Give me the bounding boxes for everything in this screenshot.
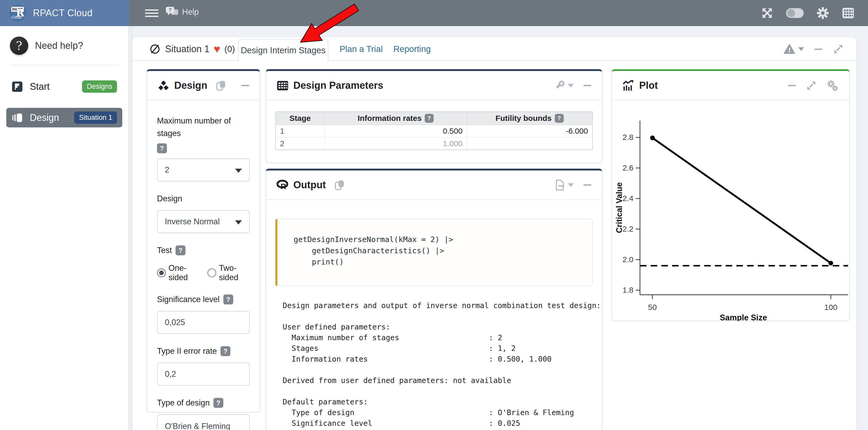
settings-gear-icon[interactable]: [816, 6, 829, 20]
chevron-down-icon: [235, 220, 242, 225]
table-header-row: Stage Information rates? Futility bounds…: [276, 112, 592, 125]
design-parameters-header: Design Parameters: [266, 71, 602, 101]
svg-text:Sample Size: Sample Size: [720, 313, 767, 321]
futility-bound-cell[interactable]: -6.000: [467, 125, 592, 137]
file-export-icon: [555, 179, 565, 191]
design-select-label: Design: [157, 192, 250, 205]
chevron-down-icon: [235, 169, 242, 173]
svg-text:Critical Value: Critical Value: [615, 182, 624, 233]
type2-help-icon[interactable]: ?: [220, 346, 230, 356]
futility-bounds-help-icon[interactable]: ?: [555, 114, 564, 123]
type2-input[interactable]: 0,2: [157, 363, 250, 386]
need-help-label: Need help?: [35, 40, 83, 51]
output-panel-header: R Output: [266, 170, 602, 200]
svg-text:2.0: 2.0: [622, 255, 633, 264]
svg-text:1.8: 1.8: [622, 286, 633, 294]
tab-plan-a-trial[interactable]: Plan a Trial: [340, 37, 383, 61]
cubes-icon: [157, 80, 169, 91]
type-of-design-help-icon[interactable]: ?: [213, 398, 223, 408]
hamburger-menu-icon[interactable]: [145, 9, 159, 17]
svg-text:2.2: 2.2: [622, 225, 633, 233]
export-dropdown[interactable]: [555, 179, 574, 191]
information-rate-cell[interactable]: 0.500: [324, 125, 467, 137]
sidebar-item-design[interactable]: Design Situation 1: [6, 108, 122, 127]
one-sided-label: One-sided: [168, 263, 199, 282]
design-panel-header: Design: [147, 71, 260, 101]
svg-text:2.4: 2.4: [622, 194, 633, 203]
sidebar-design-label: Design: [30, 112, 67, 123]
svg-text:50: 50: [648, 303, 657, 311]
favorites-heart-icon[interactable]: ♥: [214, 43, 220, 55]
type2-label: Type II error rate?: [157, 345, 250, 357]
futility-bound-cell[interactable]: [467, 137, 592, 150]
design-panels-icon: [11, 112, 23, 124]
significance-input[interactable]: 0,025: [157, 311, 250, 334]
help-chat-icon: ?: [165, 6, 179, 18]
type-of-design-select[interactable]: O'Brien & Fleming (OF): [157, 414, 250, 430]
plot-settings-gears-icon[interactable]: [827, 80, 839, 91]
collapse-output-panel-icon[interactable]: [584, 184, 591, 186]
max-stages-select[interactable]: 2: [157, 159, 250, 181]
design-panel: Design Maximum number of stages? 2 Desig…: [147, 69, 260, 412]
app-title: RPACT Cloud: [33, 7, 92, 19]
chalkboard-question-icon: ?: [10, 37, 28, 55]
max-stages-label: Maximum number of stages?: [157, 114, 235, 153]
warning-triangle-icon: [784, 44, 795, 54]
significance-label: Significance level?: [157, 293, 250, 306]
design-parameters-title: Design Parameters: [293, 80, 383, 91]
information-rate-cell[interactable]: 1.000: [324, 137, 467, 150]
sidebar: ? Need help? Start Designs Design Situat…: [0, 26, 129, 430]
plot-panel-header: Plot: [612, 71, 849, 101]
plot-panel: Plot: [612, 69, 850, 321]
significance-help-icon[interactable]: ?: [223, 295, 233, 304]
table-row: 2 1.000: [276, 137, 592, 150]
start-flag-icon: [11, 81, 23, 92]
copy-icon[interactable]: [216, 80, 226, 91]
fullscreen-icon[interactable]: [761, 7, 773, 19]
collapse-design-panel-icon[interactable]: [241, 85, 249, 86]
futility-bounds-column-header: Futility bounds?: [467, 112, 592, 125]
test-help-icon[interactable]: ?: [176, 245, 185, 255]
logo-cloud-text: Cloud: [11, 15, 22, 19]
design-form: Maximum number of stages? 2 Design Inver…: [147, 101, 260, 430]
r-code[interactable]: getDesignInverseNormal(kMax = 2) |> getD…: [293, 234, 592, 268]
tab-reporting[interactable]: Reporting: [393, 37, 431, 61]
top-bar: PACT R Cloud RPACT Cloud ? Help: [0, 0, 868, 26]
expand-card-icon[interactable]: [833, 43, 844, 55]
test-radio-group: One-sided Two-sided: [157, 263, 250, 282]
output-text: Design parameters and output of inverse …: [283, 300, 602, 429]
collapse-params-panel-icon[interactable]: [584, 85, 591, 86]
information-rates-column-header: Information rates?: [324, 112, 467, 125]
two-sided-radio[interactable]: [208, 268, 216, 277]
information-rates-help-icon[interactable]: ?: [425, 114, 434, 123]
dark-mode-toggle[interactable]: [786, 8, 804, 18]
svg-text:2.6: 2.6: [622, 163, 633, 172]
rpact-logo[interactable]: PACT R Cloud: [9, 4, 27, 22]
need-help-item[interactable]: ? Need help?: [0, 26, 128, 55]
help-label: Help: [182, 7, 199, 17]
empty-set-icon: [149, 43, 161, 55]
tab-design-interim-stages[interactable]: Design Interim Stages: [238, 39, 328, 61]
max-stages-help-icon[interactable]: ?: [157, 143, 167, 153]
card-header-icons: [784, 37, 844, 61]
svg-text:100: 100: [825, 303, 837, 311]
expand-plot-icon[interactable]: [806, 80, 817, 91]
situation-badge: Situation 1: [74, 111, 117, 124]
warnings-dropdown[interactable]: [784, 44, 804, 54]
topbar-icon-group: [761, 0, 855, 26]
apps-grid-icon[interactable]: [842, 7, 855, 19]
chevron-down-icon: [568, 84, 574, 88]
r-logo-icon: R: [277, 179, 289, 191]
design-parameters-table: Stage Information rates? Futility bounds…: [275, 111, 593, 150]
copy-icon[interactable]: [334, 179, 345, 191]
design-select[interactable]: Inverse Normal: [157, 210, 250, 233]
test-label: Test?: [157, 244, 250, 257]
collapse-card-icon[interactable]: [814, 48, 822, 50]
one-sided-radio[interactable]: [157, 268, 166, 277]
sidebar-item-start[interactable]: Start Designs: [6, 77, 122, 96]
tools-dropdown[interactable]: [554, 80, 574, 91]
plot-svg: 1.82.02.22.42.62.850100Sample SizeCritic…: [612, 102, 849, 321]
help-menu-item[interactable]: ? Help: [165, 6, 199, 18]
sidebar-start-label: Start: [30, 81, 75, 92]
collapse-plot-panel-icon[interactable]: [788, 85, 796, 86]
